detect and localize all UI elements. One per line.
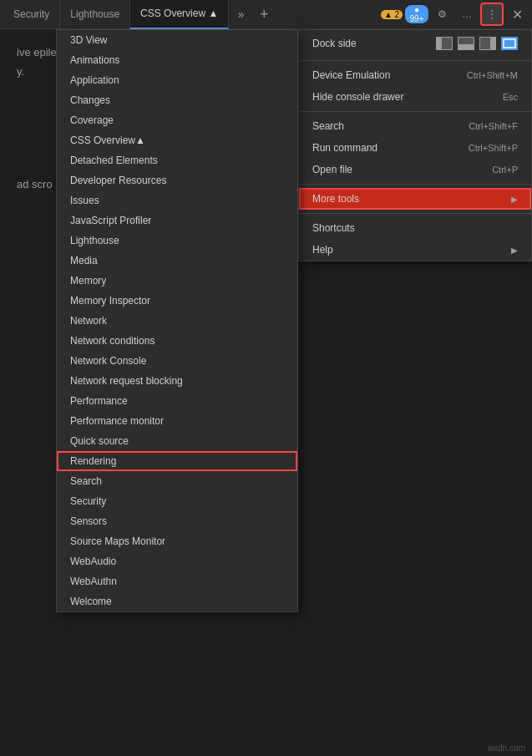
tab-bar: Security Lighthouse CSS Overview ▲ » + ▲… <box>0 0 532 29</box>
submenu-item-network[interactable]: Network <box>57 311 297 331</box>
submenu-item-network-conditions[interactable]: Network conditions <box>57 331 297 351</box>
submenu-item-performance[interactable]: Performance <box>57 391 297 411</box>
more-tabs-button[interactable]: » <box>229 3 252 26</box>
submenu-item-quick-source[interactable]: Quick source <box>57 431 297 451</box>
menu-open-file[interactable]: Open file Ctrl+P <box>299 159 531 180</box>
close-devtools-button[interactable]: ✕ <box>505 3 529 26</box>
svg-rect-1 <box>437 38 442 49</box>
submenu-item-application[interactable]: Application <box>57 70 297 90</box>
menu-divider-4 <box>299 213 531 214</box>
more-tools-submenu: 3D ViewAnimationsApplicationChangesCover… <box>56 29 298 612</box>
submenu-item-security[interactable]: Security <box>57 491 297 511</box>
submenu-item-search[interactable]: Search <box>57 471 297 491</box>
submenu-item-coverage[interactable]: Coverage <box>57 110 297 130</box>
watermark: wxdn.com <box>488 743 525 753</box>
tab-css-overview[interactable]: CSS Overview ▲ <box>130 0 229 29</box>
menu-more-tools[interactable]: More tools ▶ <box>299 188 531 210</box>
menu-divider-3 <box>299 184 531 185</box>
more-options-button[interactable]: ⋮ <box>480 3 504 26</box>
toolbar-actions: ▲ 2 ● 99+ ⚙ … ⋮ ✕ <box>380 3 529 26</box>
submenu-item-changes[interactable]: Changes <box>57 90 297 110</box>
tab-lighthouse[interactable]: Lighthouse <box>60 0 130 29</box>
menu-divider-2 <box>299 111 531 112</box>
submenu-item-3d-view[interactable]: 3D View <box>57 30 297 50</box>
menu-search[interactable]: Search Ctrl+Shift+F <box>299 115 531 137</box>
submenu-item-network-console[interactable]: Network Console <box>57 351 297 371</box>
context-menu: Dock side Device Emulation Ctrl+Shift+M … <box>298 29 532 261</box>
submenu-item-detached-elements[interactable]: Detached Elements <box>57 150 297 170</box>
submenu-item-media[interactable]: Media <box>57 251 297 271</box>
dock-button[interactable]: … <box>455 3 479 26</box>
menu-run-command[interactable]: Run command Ctrl+Shift+P <box>299 137 531 159</box>
submenu-item-lighthouse[interactable]: Lighthouse <box>57 231 297 251</box>
submenu-item-issues[interactable]: Issues <box>57 190 297 211</box>
submenu-item-sensors[interactable]: Sensors <box>57 511 297 531</box>
submenu-item-javascript-profiler[interactable]: JavaScript Profiler <box>57 211 297 231</box>
submenu-item-animations[interactable]: Animations <box>57 50 297 70</box>
dock-side-row: Dock side <box>299 30 531 57</box>
warning-badge[interactable]: ▲ 2 <box>380 3 403 26</box>
menu-help[interactable]: Help ▶ <box>299 239 531 261</box>
dock-separate-icon[interactable] <box>501 37 518 50</box>
submenu-item-memory[interactable]: Memory <box>57 271 297 291</box>
submenu-item-source-maps-monitor[interactable]: Source Maps Monitor <box>57 531 297 551</box>
submenu-item-rendering[interactable]: Rendering <box>57 451 297 471</box>
dock-icons <box>436 37 518 50</box>
submenu-item-memory-inspector[interactable]: Memory Inspector <box>57 291 297 311</box>
submenu-item-webauthn[interactable]: WebAuthn <box>57 571 297 591</box>
dock-left-icon[interactable] <box>436 37 453 50</box>
menu-hide-console[interactable]: Hide console drawer Esc <box>299 86 531 108</box>
svg-rect-3 <box>459 44 474 49</box>
dock-right-icon[interactable] <box>479 37 496 50</box>
tab-security[interactable]: Security <box>3 0 60 29</box>
menu-shortcuts[interactable]: Shortcuts <box>299 217 531 239</box>
dock-bottom-icon[interactable] <box>458 37 474 50</box>
submenu-item-webaudio[interactable]: WebAudio <box>57 551 297 571</box>
add-tab-button[interactable]: + <box>252 3 276 26</box>
submenu-item-welcome[interactable]: Welcome <box>57 591 297 611</box>
menu-device-emulation[interactable]: Device Emulation Ctrl+Shift+M <box>299 64 531 86</box>
submenu-item-developer-resources[interactable]: Developer Resources <box>57 170 297 190</box>
dock-side-label: Dock side <box>312 38 436 49</box>
info-badge[interactable]: ● 99+ <box>405 3 428 26</box>
submenu-item-performance-monitor[interactable]: Performance monitor <box>57 411 297 431</box>
submenu-item-css-overview▲[interactable]: CSS Overview▲ <box>57 130 297 150</box>
menu-divider-1 <box>299 60 531 61</box>
submenu-item-network-request-blocking[interactable]: Network request blocking <box>57 371 297 391</box>
settings-button[interactable]: ⚙ <box>430 3 453 26</box>
svg-rect-5 <box>490 38 495 49</box>
